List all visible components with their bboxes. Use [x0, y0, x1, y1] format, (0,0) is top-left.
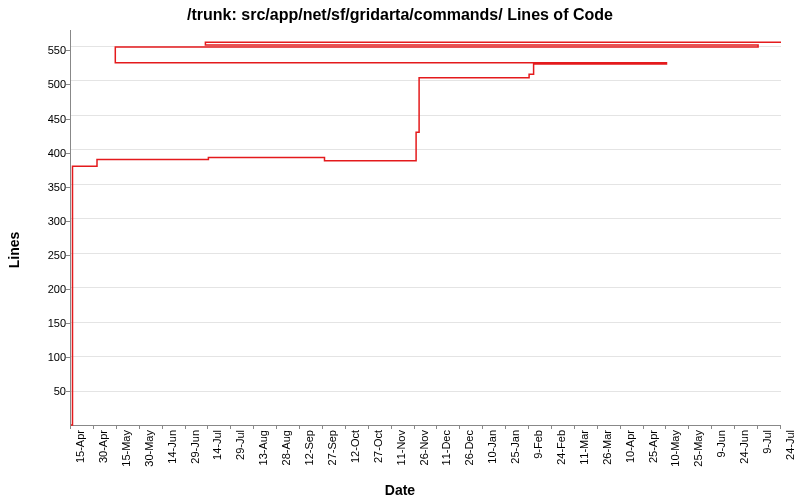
x-tick-label: 10-Apr — [624, 430, 636, 463]
x-tick-mark — [643, 425, 644, 429]
x-tick-mark — [757, 425, 758, 429]
x-tick-mark — [459, 425, 460, 429]
x-tick-mark — [116, 425, 117, 429]
y-tick-label: 150 — [36, 317, 66, 329]
x-tick-label: 25-Apr — [647, 430, 659, 463]
x-tick-label: 14-Jun — [166, 430, 178, 464]
x-tick-mark — [414, 425, 415, 429]
x-tick-label: 26-Mar — [601, 430, 613, 465]
plot-area — [70, 30, 781, 426]
x-tick-mark — [597, 425, 598, 429]
y-tick-mark — [66, 289, 70, 290]
x-tick-label: 9-Feb — [532, 430, 544, 459]
x-tick-label: 25-May — [692, 430, 704, 467]
y-tick-label: 550 — [36, 44, 66, 56]
y-tick-label: 400 — [36, 147, 66, 159]
x-tick-label: 29-Jun — [189, 430, 201, 464]
x-tick-label: 25-Jan — [509, 430, 521, 464]
x-tick-mark — [505, 425, 506, 429]
x-tick-mark — [551, 425, 552, 429]
x-tick-label: 11-Dec — [440, 430, 452, 465]
x-tick-mark — [162, 425, 163, 429]
y-tick-mark — [66, 255, 70, 256]
x-tick-label: 9-Jul — [761, 430, 773, 454]
x-tick-mark — [734, 425, 735, 429]
y-tick-mark — [66, 391, 70, 392]
y-tick-label: 200 — [36, 283, 66, 295]
x-tick-label: 30-May — [143, 430, 155, 467]
y-tick-mark — [66, 50, 70, 51]
y-tick-label: 300 — [36, 215, 66, 227]
x-tick-mark — [345, 425, 346, 429]
y-tick-label: 250 — [36, 249, 66, 261]
x-tick-mark — [185, 425, 186, 429]
x-tick-label: 12-Sep — [303, 430, 315, 465]
y-tick-mark — [66, 84, 70, 85]
x-tick-mark — [482, 425, 483, 429]
y-tick-label: 500 — [36, 78, 66, 90]
x-tick-mark — [322, 425, 323, 429]
x-tick-label: 11-Mar — [578, 430, 590, 465]
x-tick-label: 27-Sep — [326, 430, 338, 465]
x-tick-mark — [70, 425, 71, 429]
y-tick-mark — [66, 153, 70, 154]
x-tick-mark — [230, 425, 231, 429]
y-tick-mark — [66, 119, 70, 120]
x-tick-label: 29-Jul — [234, 430, 246, 460]
x-tick-label: 28-Aug — [280, 430, 292, 465]
x-tick-label: 15-Apr — [74, 430, 86, 463]
loc-chart: /trunk: src/app/net/sf/gridarta/commands… — [0, 0, 800, 500]
x-tick-mark — [620, 425, 621, 429]
y-tick-mark — [66, 221, 70, 222]
x-tick-mark — [276, 425, 277, 429]
x-tick-mark — [207, 425, 208, 429]
y-tick-label: 350 — [36, 181, 66, 193]
y-tick-mark — [66, 323, 70, 324]
x-tick-label: 26-Dec — [463, 430, 475, 465]
x-tick-label: 10-Jan — [486, 430, 498, 464]
y-tick-label: 50 — [36, 385, 66, 397]
series-line — [71, 30, 781, 425]
x-tick-mark — [436, 425, 437, 429]
x-tick-label: 24-Jun — [738, 430, 750, 464]
x-tick-label: 15-May — [120, 430, 132, 467]
y-tick-mark — [66, 187, 70, 188]
x-tick-label: 14-Jul — [211, 430, 223, 460]
x-tick-mark — [253, 425, 254, 429]
x-tick-mark — [711, 425, 712, 429]
x-tick-mark — [139, 425, 140, 429]
x-tick-mark — [574, 425, 575, 429]
x-tick-label: 24-Jul — [784, 430, 796, 460]
x-tick-label: 11-Nov — [395, 430, 407, 465]
x-tick-mark — [299, 425, 300, 429]
x-tick-label: 13-Aug — [257, 430, 269, 465]
x-tick-label: 12-Oct — [349, 430, 361, 463]
x-tick-label: 26-Nov — [418, 430, 430, 465]
y-tick-label: 450 — [36, 113, 66, 125]
x-tick-mark — [368, 425, 369, 429]
y-tick-mark — [66, 357, 70, 358]
x-tick-mark — [780, 425, 781, 429]
x-axis-label: Date — [0, 482, 800, 498]
x-tick-label: 9-Jun — [715, 430, 727, 458]
y-tick-label: 100 — [36, 351, 66, 363]
x-tick-label: 24-Feb — [555, 430, 567, 465]
x-tick-label: 30-Apr — [97, 430, 109, 463]
x-tick-label: 10-May — [669, 430, 681, 467]
x-tick-mark — [528, 425, 529, 429]
x-tick-mark — [688, 425, 689, 429]
x-tick-mark — [93, 425, 94, 429]
chart-title: /trunk: src/app/net/sf/gridarta/commands… — [0, 6, 800, 24]
y-axis-label: Lines — [4, 0, 24, 500]
x-tick-mark — [665, 425, 666, 429]
x-tick-label: 27-Oct — [372, 430, 384, 463]
x-tick-mark — [391, 425, 392, 429]
